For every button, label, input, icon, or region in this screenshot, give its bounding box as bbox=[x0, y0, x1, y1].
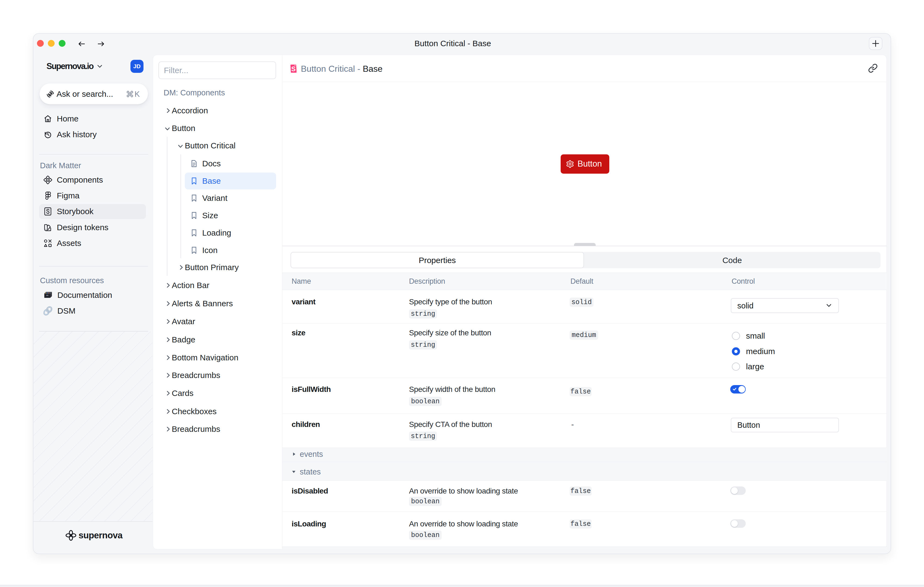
svg-text:S: S bbox=[291, 65, 296, 73]
